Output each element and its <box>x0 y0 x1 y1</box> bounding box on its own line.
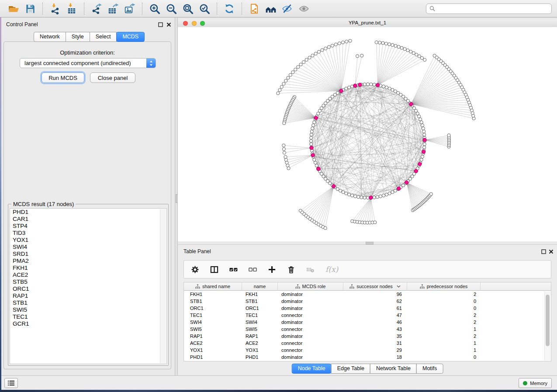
tab-network-table[interactable]: Network Table <box>370 364 417 374</box>
graph-node[interactable] <box>370 83 373 86</box>
graph-node[interactable] <box>422 127 425 130</box>
refresh-icon[interactable] <box>221 2 237 16</box>
table-cell[interactable]: 2 <box>407 320 481 325</box>
graph-node[interactable] <box>418 115 421 118</box>
graph-node[interactable] <box>373 83 376 86</box>
table-cell[interactable]: RAP1 <box>184 334 242 339</box>
mcds-result-item[interactable]: ORC1 <box>10 285 166 292</box>
graph-node[interactable] <box>394 90 397 93</box>
graph-node[interactable] <box>363 83 366 86</box>
graph-mcds-hub-node[interactable] <box>317 167 320 171</box>
task-history-button[interactable] <box>4 378 18 388</box>
show-columns-icon[interactable] <box>210 265 218 274</box>
graph-node[interactable] <box>342 191 345 194</box>
graph-mcds-hub-node[interactable] <box>405 181 408 184</box>
table-cell[interactable]: 0 <box>407 299 481 304</box>
graph-satellite-node[interactable] <box>314 52 317 55</box>
graph-node[interactable] <box>422 130 426 133</box>
graph-mcds-hub-node[interactable] <box>358 83 362 86</box>
close-panel-icon[interactable] <box>166 22 172 28</box>
table-cell[interactable]: PHD1 <box>242 354 278 360</box>
horizontal-splitter[interactable] <box>178 241 557 244</box>
table-cell[interactable]: 47 <box>343 313 407 318</box>
table-cell[interactable]: SWI4 <box>184 320 242 325</box>
graph-satellite-node[interactable] <box>418 55 421 58</box>
graph-satellite-node[interactable] <box>349 39 352 42</box>
import-network-button[interactable] <box>47 2 63 16</box>
import-table-button[interactable] <box>64 2 80 16</box>
graph-satellite-node[interactable] <box>397 45 400 48</box>
graph-node[interactable] <box>310 136 313 139</box>
graph-node[interactable] <box>357 196 360 199</box>
graph-node[interactable] <box>366 83 369 86</box>
graph-node[interactable] <box>310 133 313 136</box>
float-panel-icon[interactable] <box>158 22 163 28</box>
table-cell[interactable]: 0 <box>407 354 481 360</box>
graph-satellite-node[interactable] <box>341 41 344 44</box>
graph-satellite-node[interactable] <box>406 49 409 52</box>
table-cell[interactable]: ORC1 <box>184 306 242 311</box>
window-close-traffic-light[interactable] <box>183 21 188 26</box>
graph-satellite-node[interactable] <box>283 151 286 154</box>
zoom-selected-button[interactable] <box>197 2 212 16</box>
graph-node[interactable] <box>419 118 422 121</box>
graph-mcds-hub-node[interactable] <box>339 89 343 93</box>
graph-satellite-node[interactable] <box>308 56 311 59</box>
mcds-result-item[interactable]: STB1 <box>10 299 166 306</box>
graph-satellite-node[interactable] <box>321 48 324 52</box>
tab-mcds[interactable]: MCDS <box>116 32 145 42</box>
table-cell[interactable]: 31 <box>343 340 407 346</box>
mcds-result-item[interactable]: STB5 <box>10 279 166 285</box>
table-cell[interactable]: PHD1 <box>184 354 242 360</box>
hide-selected-icon[interactable] <box>280 2 295 16</box>
graph-satellite-node[interactable] <box>283 122 286 125</box>
graph-satellite-node[interactable] <box>282 144 285 147</box>
export-network-button[interactable] <box>89 2 104 16</box>
table-cell[interactable]: connector <box>278 313 343 318</box>
graph-mcds-hub-node[interactable] <box>369 196 373 199</box>
table-cell[interactable]: 29 <box>343 347 407 353</box>
table-row[interactable]: STB1STB1dominator620 <box>184 298 551 305</box>
mcds-list-scrollbar[interactable] <box>160 209 166 363</box>
mcds-result-item[interactable]: YOX1 <box>10 237 166 244</box>
table-cell[interactable]: 35 <box>343 334 407 339</box>
mcds-result-item[interactable]: PMA2 <box>10 258 166 265</box>
graph-satellite-node[interactable] <box>305 58 308 61</box>
table-cell[interactable]: YOX1 <box>184 347 242 353</box>
table-cell[interactable]: dominator <box>278 299 343 304</box>
graph-mcds-hub-node[interactable] <box>376 83 379 87</box>
graph-satellite-node[interactable] <box>282 82 285 85</box>
graph-satellite-node[interactable] <box>294 68 297 71</box>
graph-satellite-node[interactable] <box>297 65 300 69</box>
graph-node[interactable] <box>345 87 348 90</box>
table-cell[interactable]: connector <box>278 327 343 332</box>
column-header-predecessor-nodes[interactable]: predecessor nodes <box>407 282 481 290</box>
graph-satellite-node[interactable] <box>282 148 285 151</box>
close-panel-button[interactable]: Close panel <box>90 72 135 83</box>
graph-node[interactable] <box>423 146 426 149</box>
graph-satellite-node[interactable] <box>403 48 406 51</box>
network-view[interactable] <box>178 27 557 241</box>
table-cell[interactable]: 1 <box>407 327 481 332</box>
graph-node[interactable] <box>376 196 379 199</box>
add-column-icon[interactable] <box>268 265 276 274</box>
graph-satellite-node[interactable] <box>291 71 294 74</box>
column-header-name[interactable]: name <box>242 282 278 290</box>
scrollbar-thumb[interactable] <box>546 295 550 346</box>
zoom-out-button[interactable] <box>163 2 179 16</box>
graph-node[interactable] <box>315 164 318 167</box>
graph-mcds-hub-node[interactable] <box>409 102 413 106</box>
table-row[interactable]: PHD1PHD1dominator180 <box>184 354 551 361</box>
graph-satellite-node[interactable] <box>324 47 327 50</box>
graph-mcds-hub-node[interactable] <box>418 162 422 166</box>
graph-satellite-node[interactable] <box>278 89 281 92</box>
table-cell[interactable]: FKH1 <box>242 292 278 297</box>
table-cell[interactable]: 2 <box>407 334 481 339</box>
table-cell[interactable]: TEC1 <box>242 313 278 318</box>
graph-node[interactable] <box>360 196 363 199</box>
vertical-splitter[interactable] <box>175 17 178 375</box>
mcds-result-item[interactable]: SWI5 <box>10 306 166 313</box>
table-row[interactable]: TEC1TEC1connector472 <box>184 312 551 319</box>
graph-node[interactable] <box>420 121 423 124</box>
memory-button[interactable]: Memory <box>519 378 552 388</box>
